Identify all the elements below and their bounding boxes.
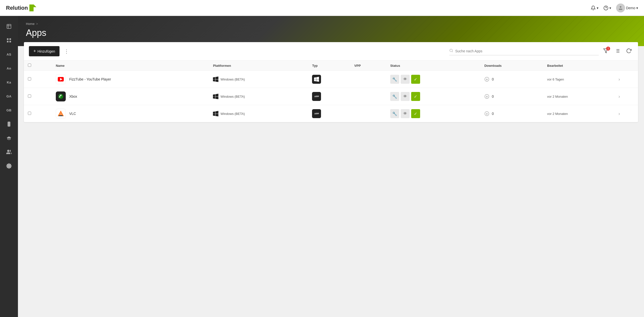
app-name: Xbox [69,95,77,98]
download-count: 0 [492,77,494,81]
page-title: Apps [26,28,636,38]
status-eye-btn[interactable]: 👁 [401,75,410,84]
status-wrench-btn[interactable]: 🔧 [390,92,399,101]
th-typ: Typ [308,61,350,71]
notifications-btn[interactable]: ▾ [591,6,598,11]
svg-point-9 [8,150,9,152]
svg-rect-6 [10,41,11,42]
bearbeitet-value: vor 2 Monaten [547,112,568,116]
sidebar-item-devices[interactable] [2,20,16,33]
search-input[interactable] [455,49,599,53]
row-action-cell: › [614,105,638,122]
user-label: Demo [626,6,635,10]
table-row: VLC Windows (BETA) [24,105,638,122]
breadcrumb: Home > [26,22,636,26]
apps-table-card: + Hinzufügen ⋮ [24,42,638,122]
status-check-btn[interactable]: ✓ [411,109,420,118]
sidebar-item-as[interactable]: AS [2,48,16,61]
download-icon [484,111,489,116]
row-vpp-cell [350,71,386,88]
status-wrench-btn[interactable]: 🔧 [390,109,399,118]
svg-rect-5 [7,41,8,42]
th-action [614,61,638,71]
svg-line-12 [452,51,453,52]
sidebar-item-dashboard[interactable] [2,34,16,47]
svg-text:X: X [59,95,60,98]
logo-icon [30,5,36,12]
logo-text: Relution [6,5,28,11]
app-icon-vlc [56,109,66,119]
type-badge-windows [312,75,321,84]
th-name: Name [52,61,209,71]
select-all-checkbox[interactable] [28,64,31,67]
row-typ-cell: APP [308,88,350,105]
sidebar-item-gb[interactable]: GB [2,104,16,117]
user-menu-btn[interactable]: Demo ▾ [616,4,638,13]
platform-label: Windows (BETA) [220,112,245,116]
bearbeitet-value: vor 6 Tagen [547,78,564,81]
type-badge-app: APP [312,92,321,101]
search-box [449,47,599,55]
sidebar: AS An Ka GA GB [0,16,18,317]
sidebar-item-settings[interactable] [2,159,16,172]
breadcrumb-separator: > [36,22,38,26]
status-check-btn[interactable]: ✓ [411,92,420,101]
download-icon [484,77,489,82]
main-layout: AS An Ka GA GB [0,16,644,317]
sidebar-item-an[interactable]: An [2,62,16,75]
sidebar-item-users[interactable] [2,146,16,159]
content-area: + Hinzufügen ⋮ [18,46,644,317]
more-options-icon[interactable]: ⋮ [62,47,71,55]
chevron-down-icon: ▾ [610,6,611,10]
row-platform-cell: Windows (BETA) [209,71,308,88]
row-status-cell: 🔧 👁 ✓ [386,71,480,88]
row-vpp-cell [350,105,386,122]
sidebar-item-mobile[interactable] [2,118,16,131]
app-icon-fizztube [56,74,66,84]
status-wrench-btn[interactable]: 🔧 [390,75,399,84]
row-status-cell: 🔧 👁 ✓ [386,88,480,105]
row-checkbox[interactable] [28,77,31,81]
sidebar-item-edu[interactable] [2,132,16,145]
row-name-cell: VLC [52,105,209,122]
th-bearbeitet: Bearbeitet [543,61,614,71]
row-detail-button[interactable]: › [618,94,620,99]
search-icon [449,49,453,54]
platform-label: Windows (BETA) [220,78,245,81]
sidebar-item-ga[interactable]: GA [2,90,16,103]
help-btn[interactable]: ▾ [604,6,611,11]
row-detail-button[interactable]: › [618,111,620,116]
filter-button[interactable]: 1 [602,47,610,56]
plus-icon: + [33,49,36,54]
table-row: FizzTube - YouTube Player Windows (BETA) [24,71,638,88]
row-checkbox[interactable] [28,112,31,115]
apps-table: Name Plattformen Typ VPP [24,61,638,122]
app-icon-xbox: X [56,92,66,101]
row-detail-button[interactable]: › [618,77,620,82]
svg-point-2 [620,6,621,8]
row-name-cell: X Xbox [52,88,209,105]
top-navbar: Relution ▾ ▾ Dem [0,0,644,16]
type-badge-app: APP [312,109,321,118]
windows-platform-icon [213,77,218,82]
status-eye-btn[interactable]: 👁 [401,109,410,118]
breadcrumb-home[interactable]: Home [26,22,34,26]
download-icon [484,94,489,99]
status-eye-btn[interactable]: 👁 [401,92,410,101]
table-toolbar: + Hinzufügen ⋮ [24,42,638,61]
svg-rect-4 [10,38,11,40]
main-content: Home > Apps + Hinzufügen ⋮ [18,16,644,317]
status-check-btn[interactable]: ✓ [411,75,420,84]
row-downloads-cell: 0 [480,71,543,88]
row-checkbox-cell [24,105,52,122]
app-name: VLC [69,112,76,116]
windows-platform-icon [213,111,218,116]
th-checkbox [24,61,52,71]
refresh-button[interactable] [624,47,633,56]
row-downloads-cell: 0 [480,105,543,122]
sidebar-item-ka[interactable]: Ka [2,76,16,89]
row-checkbox[interactable] [28,95,31,98]
row-platform-cell: Windows (BETA) [209,105,308,122]
add-button[interactable]: + Hinzufügen [29,46,60,56]
list-view-button[interactable] [613,47,622,56]
